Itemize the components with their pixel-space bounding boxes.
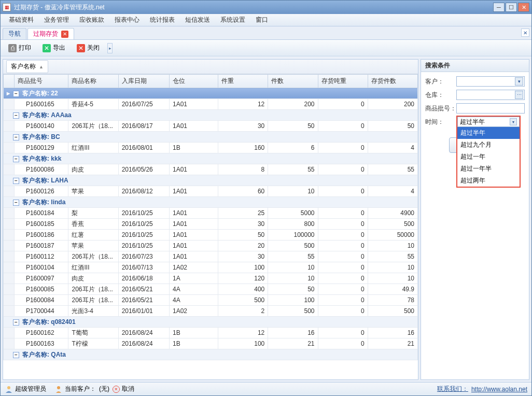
- expand-icon[interactable]: −: [13, 200, 19, 206]
- menu-短信发送[interactable]: 短信发送: [180, 14, 215, 26]
- table-row[interactable]: P1600112206耳片（18...2016/07/231A013055055: [4, 251, 418, 262]
- col-header[interactable]: 商品名称: [68, 75, 118, 88]
- menubar: 基础资料业务管理应收账款报表中心统计报表短信发送系统设置窗口: [1, 14, 531, 26]
- status-customer: 当前客户： (无) ✕ 取消: [54, 385, 134, 393]
- time-selected-value: 超过半年: [460, 118, 485, 126]
- group-row[interactable]: −客户名称: AAAaa: [4, 110, 418, 121]
- export-icon: ✕: [43, 44, 51, 52]
- time-dropdown: 超过半年 ▾ 超过半年超过九个月超过一年超过一年半超过两年: [456, 116, 521, 188]
- table-row[interactable]: P1600185香蕉2016/10/251A01308000500: [4, 219, 418, 230]
- group-row[interactable]: −客户名称: q082401: [4, 317, 418, 328]
- export-button[interactable]: ✕ 导出: [38, 41, 70, 54]
- batch-input[interactable]: [456, 103, 525, 114]
- tabbar-close-button[interactable]: ✕: [521, 29, 529, 37]
- table-row[interactable]: P1600165香菇4-52016/07/251A01122000200: [4, 99, 418, 110]
- menu-业务管理[interactable]: 业务管理: [39, 14, 74, 26]
- col-header[interactable]: 入库日期: [118, 75, 169, 88]
- table-row[interactable]: P1600104红酒III2016/07/131A0210010010: [4, 262, 418, 273]
- window-title: 过期存货 - 傲蓝冷库管理系统.net: [14, 3, 492, 12]
- menu-基础资料[interactable]: 基础资料: [4, 14, 39, 26]
- group-row[interactable]: −客户名称: linda: [4, 197, 418, 208]
- table-row[interactable]: P1600140206耳片（18...2016/08/171A013050050: [4, 121, 418, 132]
- time-option[interactable]: 超过九个月: [457, 139, 520, 151]
- ellipsis-icon[interactable]: ⋯: [515, 91, 523, 99]
- time-option[interactable]: 超过一年: [457, 151, 520, 163]
- warehouse-label: 仓库：: [425, 91, 456, 100]
- table-row[interactable]: P1600187苹果2016/10/251A0120500010: [4, 241, 418, 251]
- customer-input[interactable]: ▾: [456, 76, 525, 87]
- close-tab-button[interactable]: ✕ 关闭: [72, 41, 104, 54]
- menu-统计报表[interactable]: 统计报表: [145, 14, 180, 26]
- col-header[interactable]: 件重: [218, 75, 268, 88]
- table-row[interactable]: P1600129红酒III2016/08/011B160604: [4, 143, 418, 153]
- expand-icon[interactable]: −: [13, 134, 19, 140]
- data-grid: 商品批号商品名称入库日期仓位件重件数存货吨重存货件数 ▸−客户名称: 22P16…: [3, 74, 418, 360]
- row-indicator-col: [4, 75, 15, 88]
- tab-close-icon[interactable]: ✕: [61, 31, 68, 38]
- group-by-chip[interactable]: 客户名称 ▲: [6, 60, 48, 73]
- app-icon: ▦: [3, 3, 11, 11]
- time-option[interactable]: 超过两年: [457, 175, 520, 187]
- expand-icon[interactable]: −: [13, 91, 19, 97]
- content-area: 客户名称 ▲ 商品批号商品名称入库日期仓位件重件数存货吨重存货件数 ▸−客户名称…: [1, 56, 531, 382]
- group-row[interactable]: −客户名称: LAHA: [4, 175, 418, 186]
- group-header-bar: 客户名称 ▲: [3, 60, 418, 74]
- grid-scroll[interactable]: 商品批号商品名称入库日期仓位件重件数存货吨重存货件数 ▸−客户名称: 22P16…: [3, 74, 418, 379]
- time-label: 时间：: [425, 118, 456, 126]
- expand-icon[interactable]: −: [13, 156, 19, 162]
- table-row[interactable]: P1600186红薯2016/10/251A0150100000050000: [4, 230, 418, 241]
- group-row[interactable]: ▸−客户名称: 22: [4, 88, 418, 99]
- table-row[interactable]: P1600126苹果2016/08/121A01601004: [4, 186, 418, 197]
- cancel-customer-button[interactable]: 取消: [122, 385, 134, 393]
- table-row[interactable]: P1600162T葡萄2016/08/241B1216016: [4, 328, 418, 338]
- minimize-button[interactable]: ─: [493, 3, 505, 12]
- tab-过期存货[interactable]: 过期存货✕: [27, 28, 74, 39]
- table-row[interactable]: P1600097肉皮2016/06/181A12010010: [4, 273, 418, 284]
- svg-point-2: [7, 386, 10, 389]
- group-row[interactable]: −客户名称: QAta: [4, 349, 418, 360]
- table-row[interactable]: P1600084206耳片（18...2016/05/214A500100078: [4, 295, 418, 306]
- contact-label[interactable]: 联系我们：: [437, 385, 468, 393]
- menu-系统设置[interactable]: 系统设置: [215, 14, 250, 26]
- chevron-down-icon[interactable]: ▾: [510, 118, 517, 125]
- col-header[interactable]: 件数: [268, 75, 318, 88]
- dropdown-icon[interactable]: ▾: [515, 77, 523, 86]
- menu-窗口[interactable]: 窗口: [250, 14, 273, 26]
- toolbar-expander[interactable]: ▸: [107, 43, 113, 53]
- time-dropdown-selected[interactable]: 超过半年 ▾: [457, 117, 520, 127]
- print-label: 打印: [19, 44, 31, 52]
- expand-icon[interactable]: −: [13, 178, 19, 184]
- table-row[interactable]: P1600184梨2016/10/251A0125500004900: [4, 208, 418, 219]
- status-user: 超级管理员: [5, 385, 46, 393]
- person-icon: [54, 385, 63, 393]
- tabbar: 导航过期存货✕✕: [1, 26, 531, 40]
- maximize-button[interactable]: ☐: [506, 3, 517, 12]
- close-label: 关闭: [87, 44, 100, 52]
- group-row[interactable]: −客户名称: BC: [4, 132, 418, 143]
- close-window-button[interactable]: ✕: [518, 3, 529, 12]
- group-row[interactable]: −客户名称: kkk: [4, 153, 418, 164]
- expand-icon[interactable]: −: [13, 319, 19, 326]
- titlebar[interactable]: ▦ 过期存货 - 傲蓝冷库管理系统.net ─ ☐ ✕: [1, 1, 531, 14]
- col-header[interactable]: 商品批号: [14, 75, 68, 88]
- menu-应收账款[interactable]: 应收账款: [74, 14, 109, 26]
- table-row[interactable]: P1700044光面3-42016/01/011A0225000500: [4, 306, 418, 317]
- col-header[interactable]: 存货吨重: [318, 75, 368, 88]
- expand-icon[interactable]: −: [13, 112, 19, 119]
- warehouse-input[interactable]: ⋯: [456, 90, 525, 100]
- print-button[interactable]: ⎙ 打印: [4, 41, 36, 54]
- menu-报表中心[interactable]: 报表中心: [109, 14, 145, 26]
- table-row[interactable]: P1600086肉皮2016/05/261A01855055: [4, 164, 418, 175]
- svg-point-3: [57, 386, 60, 389]
- time-option[interactable]: 超过半年: [457, 127, 520, 139]
- app-window: ▦ 过期存货 - 傲蓝冷库管理系统.net ─ ☐ ✕ 基础资料业务管理应收账款…: [0, 0, 532, 396]
- contact-link[interactable]: http://www.aolan.net: [471, 386, 527, 393]
- time-option[interactable]: 超过一年半: [457, 163, 520, 175]
- col-header[interactable]: 存货件数: [368, 75, 417, 88]
- table-row[interactable]: P1600163T柠檬2016/08/241B10021021: [4, 338, 418, 349]
- expand-icon[interactable]: −: [13, 352, 19, 358]
- table-row[interactable]: P1600085206耳片（18...2016/05/214A40050049.…: [4, 284, 418, 295]
- tab-导航[interactable]: 导航: [3, 28, 26, 39]
- cancel-icon[interactable]: ✕: [113, 386, 120, 393]
- col-header[interactable]: 仓位: [169, 75, 218, 88]
